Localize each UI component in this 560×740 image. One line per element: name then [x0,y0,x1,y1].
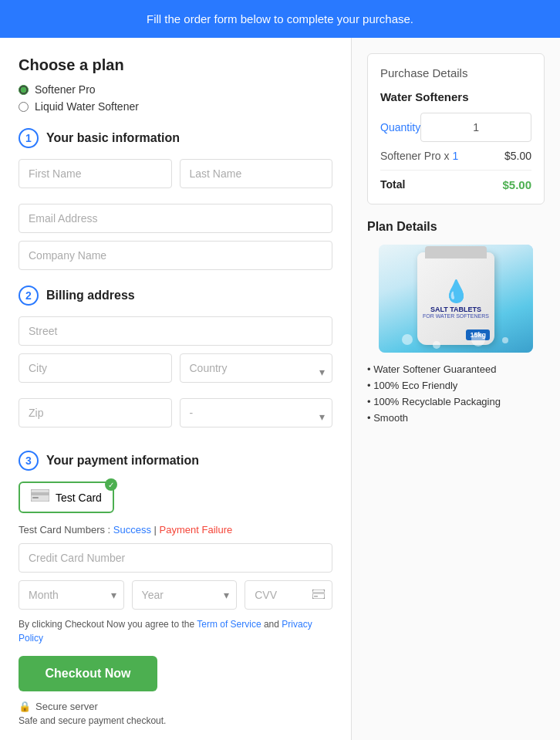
main-container: Choose a plan Softener Pro Liquid Water … [0,38,560,740]
quantity-input[interactable] [420,113,531,142]
section2-title: 2 Billing address [19,286,332,306]
choose-plan-title: Choose a plan [19,56,332,74]
plan-details-title: Plan Details [367,220,545,234]
product-name: Water Softeners [380,90,531,103]
item-label: Softener Pro x 1 [380,150,458,162]
item-link[interactable]: 1 [452,150,458,162]
street-group [19,316,332,346]
quantity-row: Quantity [380,113,531,142]
card-icon [31,489,49,505]
zip-state-row: - AL CA NY TX [19,398,332,435]
country-select-wrapper: Country United States United Kingdom Can… [180,353,333,390]
year-select-wrapper: Year 2024 2025 2026 2027 2028 2029 2030 [132,580,238,610]
card-option[interactable]: Test Card ✓ [19,482,114,513]
zip-input[interactable] [19,398,172,427]
safe-text: Safe and secure payment checkout. [19,715,332,726]
banner-text: Fill the order form below to complete yo… [147,12,413,25]
plan-label-softener-pro: Softener Pro [35,83,96,96]
first-name-group [19,159,172,188]
total-row: Total $5.00 [380,170,531,191]
section1-title: 1 Your basic information [19,128,332,148]
features-list: Water Softener Guaranteed 100% Eco Frien… [367,363,545,424]
first-name-input[interactable] [19,159,172,188]
section2-number: 2 [19,286,39,306]
country-select[interactable]: Country United States United Kingdom Can… [180,353,333,383]
plan-label-liquid: Liquid Water Softener [35,100,139,113]
terms-and: and [261,619,282,630]
top-banner: Fill the order form below to complete yo… [0,0,560,38]
month-select[interactable]: Month January February March April May J… [19,580,124,610]
lock-icon: 🔒 [19,701,31,712]
credit-card-group [19,543,332,573]
last-name-group [180,159,333,188]
svg-rect-1 [31,492,49,495]
section3-title: 3 Your payment information [19,451,332,471]
payment-details-row: Month January February March April May J… [19,580,332,610]
terms-text: By clicking Checkout Now you agree to th… [19,617,332,645]
left-panel: Choose a plan Softener Pro Liquid Water … [0,38,352,740]
cvv-wrapper [245,580,332,610]
section3-label: Your payment information [46,454,199,468]
email-group [19,204,332,233]
plan-option-softener-pro[interactable]: Softener Pro [19,83,332,96]
svg-rect-4 [312,592,325,594]
section1-number: 1 [19,128,39,148]
street-input[interactable] [19,316,332,346]
year-select[interactable]: Year 2024 2025 2026 2027 2028 2029 2030 [132,580,238,610]
secure-server-text: Secure server [35,701,98,712]
credit-card-input[interactable] [19,543,332,573]
svg-rect-5 [314,596,318,597]
feature-3: 100% Recyclable Packaging [367,396,545,407]
purchase-details-box: Purchase Details Water Softeners Quantit… [367,53,545,204]
terms-prefix: By clicking Checkout Now you agree to th… [19,619,197,630]
total-label: Total [380,178,405,191]
section1-label: Your basic information [46,131,180,145]
terms-link[interactable]: Term of Service [197,619,261,630]
card-check-icon: ✓ [105,478,117,491]
company-group [19,241,332,270]
state-select[interactable]: - AL CA NY TX [180,398,333,427]
zip-group [19,398,172,427]
right-panel: Purchase Details Water Softeners Quantit… [352,38,560,740]
item-row: Softener Pro x 1 $5.00 [380,150,531,162]
choose-plan-section: Choose a plan Softener Pro Liquid Water … [19,56,332,113]
water-drop-icon: 💧 [443,279,470,304]
feature-4: Smooth [367,412,545,424]
city-country-row: Country United States United Kingdom Can… [19,353,332,390]
card-label: Test Card [56,492,102,504]
product-image: 💧 SALT TABLETS FOR WATER SOFTENERS 15kg [379,245,533,353]
failure-link[interactable]: Payment Failure [160,524,233,536]
checkout-button[interactable]: Checkout Now [19,656,157,691]
name-row [19,159,332,196]
company-input[interactable] [19,241,332,270]
quantity-label: Quantity [380,121,420,133]
secure-server-row: 🔒 Secure server [19,701,332,712]
plan-option-liquid[interactable]: Liquid Water Softener [19,100,332,113]
feature-2: 100% Eco Friendly [367,380,545,391]
section3-number: 3 [19,451,39,471]
feature-1: Water Softener Guaranteed [367,363,545,375]
total-value: $5.00 [502,178,531,191]
success-link[interactable]: Success [113,524,151,536]
plan-radio-liquid[interactable] [19,102,29,112]
last-name-input[interactable] [180,159,333,188]
section2-label: Billing address [46,289,135,302]
purchase-details-title: Purchase Details [380,66,531,79]
cvv-icon [312,589,325,601]
item-price: $5.00 [504,150,531,162]
month-select-wrapper: Month January February March April May J… [19,580,124,610]
plan-details-section: Plan Details 💧 SALT TABLETS FOR WATER SO… [367,220,545,424]
state-select-wrapper: - AL CA NY TX [180,398,333,435]
city-group [19,353,172,383]
email-input[interactable] [19,204,332,233]
svg-rect-2 [32,497,39,498]
city-input[interactable] [19,353,172,383]
test-card-info: Test Card Numbers : Success | Payment Fa… [19,524,332,536]
plan-radio-softener-pro[interactable] [19,85,29,95]
test-card-label: Test Card Numbers : [19,524,110,536]
